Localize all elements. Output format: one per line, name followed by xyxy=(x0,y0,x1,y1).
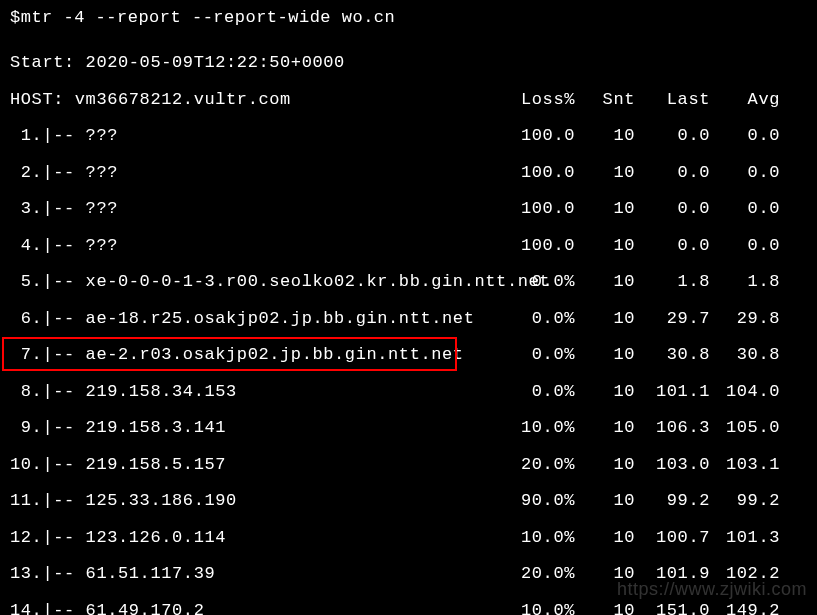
hop-row: 7.|-- ae-2.r03.osakjp02.jp.bb.gin.ntt.ne… xyxy=(10,337,807,374)
header-avg: Avg xyxy=(710,82,780,119)
start-line: Start: 2020-05-09T12:22:50+0000 xyxy=(10,45,807,82)
hop-avg: 101.3 xyxy=(710,520,780,557)
hop-snt: 10 xyxy=(575,410,635,447)
hop-last: 103.0 xyxy=(635,447,710,484)
hop-loss: 20.0% xyxy=(500,447,575,484)
hop-snt: 10 xyxy=(575,301,635,338)
hop-host: 2.|-- ??? xyxy=(10,155,500,192)
hop-loss: 10.0% xyxy=(500,520,575,557)
hop-host: 8.|-- 219.158.34.153 xyxy=(10,374,500,411)
hop-snt: 10 xyxy=(575,155,635,192)
hop-row: 4.|-- ???100.0100.00.0 xyxy=(10,228,807,265)
hop-loss: 100.0 xyxy=(500,118,575,155)
header-snt: Snt xyxy=(575,82,635,119)
hop-host: 9.|-- 219.158.3.141 xyxy=(10,410,500,447)
watermark: https://www.zjwiki.com xyxy=(617,579,807,600)
hop-row: 5.|-- xe-0-0-0-1-3.r00.seolko02.kr.bb.gi… xyxy=(10,264,807,301)
hop-loss: 0.0% xyxy=(500,374,575,411)
hop-avg: 103.1 xyxy=(710,447,780,484)
hop-host: 4.|-- ??? xyxy=(10,228,500,265)
hop-loss: 90.0% xyxy=(500,483,575,520)
hop-loss: 0.0% xyxy=(500,264,575,301)
hop-avg: 0.0 xyxy=(710,191,780,228)
header-loss: Loss% xyxy=(500,82,575,119)
hop-row: 8.|-- 219.158.34.1530.0%10101.1104.0 xyxy=(10,374,807,411)
hop-host: 11.|-- 125.33.186.190 xyxy=(10,483,500,520)
hop-avg: 29.8 xyxy=(710,301,780,338)
hop-avg: 104.0 xyxy=(710,374,780,411)
hop-loss: 0.0% xyxy=(500,337,575,374)
hop-row: 12.|-- 123.126.0.11410.0%10100.7101.3 xyxy=(10,520,807,557)
hop-loss: 10.0% xyxy=(500,410,575,447)
hop-last: 29.7 xyxy=(635,301,710,338)
hop-row: 10.|-- 219.158.5.15720.0%10103.0103.1 xyxy=(10,447,807,484)
hop-avg: 99.2 xyxy=(710,483,780,520)
hop-last: 101.1 xyxy=(635,374,710,411)
hop-host: 3.|-- ??? xyxy=(10,191,500,228)
hop-avg: 0.0 xyxy=(710,228,780,265)
hop-loss: 20.0% xyxy=(500,556,575,593)
hop-loss: 100.0 xyxy=(500,228,575,265)
hop-last: 100.7 xyxy=(635,520,710,557)
hop-loss: 100.0 xyxy=(500,155,575,192)
hop-row: 6.|-- ae-18.r25.osakjp02.jp.bb.gin.ntt.n… xyxy=(10,301,807,338)
hop-snt: 10 xyxy=(575,483,635,520)
hop-host: 7.|-- ae-2.r03.osakjp02.jp.bb.gin.ntt.ne… xyxy=(10,337,500,374)
header-row: HOST: vm36678212.vultr.com Loss% Snt Las… xyxy=(10,82,807,119)
hop-row: 3.|-- ???100.0100.00.0 xyxy=(10,191,807,228)
hop-loss: 100.0 xyxy=(500,191,575,228)
hop-host: 14.|-- 61.49.170.2 xyxy=(10,593,500,616)
hop-host: 6.|-- ae-18.r25.osakjp02.jp.bb.gin.ntt.n… xyxy=(10,301,500,338)
hop-last: 0.0 xyxy=(635,228,710,265)
hop-host: 10.|-- 219.158.5.157 xyxy=(10,447,500,484)
hop-row: 11.|-- 125.33.186.19090.0%1099.299.2 xyxy=(10,483,807,520)
hop-snt: 10 xyxy=(575,264,635,301)
hop-avg: 0.0 xyxy=(710,155,780,192)
hop-snt: 10 xyxy=(575,337,635,374)
hop-row: 9.|-- 219.158.3.14110.0%10106.3105.0 xyxy=(10,410,807,447)
hop-avg: 105.0 xyxy=(710,410,780,447)
hop-avg: 0.0 xyxy=(710,118,780,155)
hop-snt: 10 xyxy=(575,374,635,411)
hop-snt: 10 xyxy=(575,447,635,484)
hop-last: 30.8 xyxy=(635,337,710,374)
hop-host: 12.|-- 123.126.0.114 xyxy=(10,520,500,557)
hop-row: 1.|-- ???100.0100.00.0 xyxy=(10,118,807,155)
hop-snt: 10 xyxy=(575,228,635,265)
command-line: $mtr -4 --report --report-wide wo.cn xyxy=(0,0,817,45)
hop-avg: 30.8 xyxy=(710,337,780,374)
hop-snt: 10 xyxy=(575,191,635,228)
hop-last: 1.8 xyxy=(635,264,710,301)
header-last: Last xyxy=(635,82,710,119)
mtr-output: Start: 2020-05-09T12:22:50+0000 HOST: vm… xyxy=(0,45,817,615)
header-host: HOST: vm36678212.vultr.com xyxy=(10,82,500,119)
hop-avg: 1.8 xyxy=(710,264,780,301)
hop-last: 99.2 xyxy=(635,483,710,520)
hop-snt: 10 xyxy=(575,520,635,557)
hop-loss: 10.0% xyxy=(500,593,575,616)
hop-row: 2.|-- ???100.0100.00.0 xyxy=(10,155,807,192)
hop-snt: 10 xyxy=(575,118,635,155)
hop-host: 5.|-- xe-0-0-0-1-3.r00.seolko02.kr.bb.gi… xyxy=(10,264,500,301)
hop-last: 0.0 xyxy=(635,155,710,192)
hop-last: 106.3 xyxy=(635,410,710,447)
hop-last: 0.0 xyxy=(635,191,710,228)
hop-loss: 0.0% xyxy=(500,301,575,338)
hop-host: 13.|-- 61.51.117.39 xyxy=(10,556,500,593)
hop-host: 1.|-- ??? xyxy=(10,118,500,155)
hop-last: 0.0 xyxy=(635,118,710,155)
